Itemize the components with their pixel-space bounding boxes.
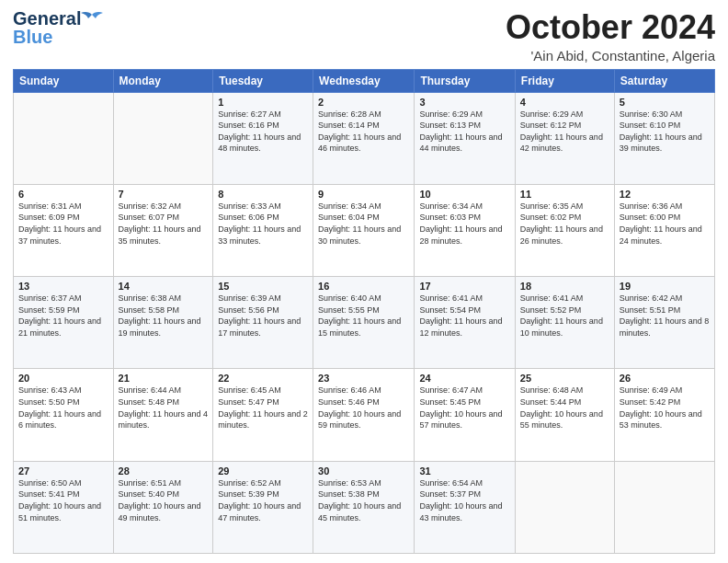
- day-number: 3: [419, 97, 509, 108]
- table-row: 12Sunrise: 6:36 AMSunset: 6:00 PMDayligh…: [614, 184, 714, 276]
- table-row: 7Sunrise: 6:32 AMSunset: 6:07 PMDaylight…: [113, 184, 213, 276]
- table-row: [14, 92, 114, 184]
- day-info: Sunrise: 6:30 AMSunset: 6:10 PMDaylight:…: [620, 109, 710, 155]
- day-number: 5: [620, 97, 710, 108]
- col-tuesday: Tuesday: [213, 69, 313, 92]
- page: General Blue October 2024 'Ain Abid, Con…: [0, 0, 728, 563]
- table-row: 13Sunrise: 6:37 AMSunset: 5:59 PMDayligh…: [14, 277, 114, 369]
- table-row: 19Sunrise: 6:42 AMSunset: 5:51 PMDayligh…: [614, 277, 714, 369]
- table-row: 1Sunrise: 6:27 AMSunset: 6:16 PMDaylight…: [213, 92, 313, 184]
- day-info: Sunrise: 6:47 AMSunset: 5:45 PMDaylight:…: [419, 385, 509, 431]
- calendar-week-row: 20Sunrise: 6:43 AMSunset: 5:50 PMDayligh…: [14, 369, 715, 461]
- day-info: Sunrise: 6:32 AMSunset: 6:07 PMDaylight:…: [119, 201, 209, 247]
- day-info: Sunrise: 6:29 AMSunset: 6:12 PMDaylight:…: [520, 109, 609, 155]
- day-info: Sunrise: 6:50 AMSunset: 5:41 PMDaylight:…: [18, 477, 108, 523]
- calendar-week-row: 27Sunrise: 6:50 AMSunset: 5:41 PMDayligh…: [14, 461, 715, 553]
- day-info: Sunrise: 6:54 AMSunset: 5:37 PMDaylight:…: [419, 477, 509, 523]
- col-friday: Friday: [515, 69, 614, 92]
- day-number: 16: [318, 281, 409, 292]
- table-row: 24Sunrise: 6:47 AMSunset: 5:45 PMDayligh…: [415, 369, 515, 461]
- day-number: 8: [218, 189, 308, 200]
- day-info: Sunrise: 6:28 AMSunset: 6:14 PMDaylight:…: [318, 109, 409, 155]
- day-info: Sunrise: 6:37 AMSunset: 5:59 PMDaylight:…: [18, 293, 108, 339]
- day-info: Sunrise: 6:41 AMSunset: 5:52 PMDaylight:…: [520, 293, 609, 339]
- table-row: 29Sunrise: 6:52 AMSunset: 5:39 PMDayligh…: [213, 461, 313, 553]
- table-row: 14Sunrise: 6:38 AMSunset: 5:58 PMDayligh…: [113, 277, 213, 369]
- logo-bird-icon: [81, 11, 103, 29]
- table-row: 16Sunrise: 6:40 AMSunset: 5:55 PMDayligh…: [313, 277, 415, 369]
- day-info: Sunrise: 6:34 AMSunset: 6:03 PMDaylight:…: [419, 201, 509, 247]
- day-number: 21: [119, 373, 209, 384]
- calendar-week-row: 13Sunrise: 6:37 AMSunset: 5:59 PMDayligh…: [14, 277, 715, 369]
- table-row: 10Sunrise: 6:34 AMSunset: 6:03 PMDayligh…: [415, 184, 515, 276]
- table-row: [113, 92, 213, 184]
- day-number: 31: [419, 465, 509, 477]
- table-row: 8Sunrise: 6:33 AMSunset: 6:06 PMDaylight…: [213, 184, 313, 276]
- day-info: Sunrise: 6:42 AMSunset: 5:51 PMDaylight:…: [620, 293, 710, 339]
- day-number: 19: [620, 281, 710, 292]
- day-number: 4: [520, 97, 609, 108]
- table-row: 15Sunrise: 6:39 AMSunset: 5:56 PMDayligh…: [213, 277, 313, 369]
- day-number: 24: [419, 373, 509, 384]
- day-info: Sunrise: 6:53 AMSunset: 5:38 PMDaylight:…: [318, 477, 409, 523]
- day-info: Sunrise: 6:34 AMSunset: 6:04 PMDaylight:…: [318, 201, 409, 247]
- day-info: Sunrise: 6:35 AMSunset: 6:02 PMDaylight:…: [520, 201, 609, 247]
- day-info: Sunrise: 6:40 AMSunset: 5:55 PMDaylight:…: [318, 293, 409, 339]
- header: General Blue October 2024 'Ain Abid, Con…: [13, 9, 715, 63]
- day-info: Sunrise: 6:45 AMSunset: 5:47 PMDaylight:…: [218, 385, 308, 431]
- logo-blue-text: Blue: [13, 28, 52, 46]
- day-info: Sunrise: 6:46 AMSunset: 5:46 PMDaylight:…: [318, 385, 409, 431]
- col-wednesday: Wednesday: [313, 69, 415, 92]
- day-number: 11: [520, 189, 609, 200]
- day-number: 7: [119, 189, 209, 200]
- calendar-week-row: 1Sunrise: 6:27 AMSunset: 6:16 PMDaylight…: [14, 92, 715, 184]
- day-number: 9: [318, 189, 409, 200]
- table-row: 20Sunrise: 6:43 AMSunset: 5:50 PMDayligh…: [14, 369, 114, 461]
- day-number: 10: [419, 189, 509, 200]
- table-row: 2Sunrise: 6:28 AMSunset: 6:14 PMDaylight…: [313, 92, 415, 184]
- table-row: 28Sunrise: 6:51 AMSunset: 5:40 PMDayligh…: [113, 461, 213, 553]
- col-sunday: Sunday: [14, 69, 114, 92]
- day-number: 25: [520, 373, 609, 384]
- day-number: 26: [620, 373, 710, 384]
- day-number: 27: [18, 465, 108, 477]
- day-number: 2: [318, 97, 409, 108]
- table-row: 18Sunrise: 6:41 AMSunset: 5:52 PMDayligh…: [515, 277, 614, 369]
- day-info: Sunrise: 6:38 AMSunset: 5:58 PMDaylight:…: [119, 293, 209, 339]
- day-number: 22: [218, 373, 308, 384]
- day-number: 1: [218, 97, 308, 108]
- day-number: 30: [318, 465, 409, 477]
- table-row: [614, 461, 714, 553]
- day-number: 6: [18, 189, 108, 200]
- day-number: 28: [119, 465, 209, 477]
- col-saturday: Saturday: [614, 69, 714, 92]
- location-title: 'Ain Abid, Constantine, Algeria: [506, 48, 715, 63]
- col-thursday: Thursday: [415, 69, 515, 92]
- day-number: 15: [218, 281, 308, 292]
- day-number: 13: [18, 281, 108, 292]
- day-info: Sunrise: 6:27 AMSunset: 6:16 PMDaylight:…: [218, 109, 308, 155]
- table-row: 9Sunrise: 6:34 AMSunset: 6:04 PMDaylight…: [313, 184, 415, 276]
- calendar-header-row: Sunday Monday Tuesday Wednesday Thursday…: [14, 69, 715, 92]
- day-info: Sunrise: 6:51 AMSunset: 5:40 PMDaylight:…: [119, 477, 209, 523]
- table-row: 30Sunrise: 6:53 AMSunset: 5:38 PMDayligh…: [313, 461, 415, 553]
- day-info: Sunrise: 6:44 AMSunset: 5:48 PMDaylight:…: [119, 385, 209, 431]
- col-monday: Monday: [113, 69, 213, 92]
- title-area: October 2024 'Ain Abid, Constantine, Alg…: [506, 9, 715, 63]
- logo: General Blue: [13, 9, 103, 46]
- day-info: Sunrise: 6:33 AMSunset: 6:06 PMDaylight:…: [218, 201, 308, 247]
- table-row: 26Sunrise: 6:49 AMSunset: 5:42 PMDayligh…: [614, 369, 714, 461]
- day-number: 17: [419, 281, 509, 292]
- day-number: 29: [218, 465, 308, 477]
- table-row: 4Sunrise: 6:29 AMSunset: 6:12 PMDaylight…: [515, 92, 614, 184]
- day-info: Sunrise: 6:48 AMSunset: 5:44 PMDaylight:…: [520, 385, 609, 431]
- day-info: Sunrise: 6:49 AMSunset: 5:42 PMDaylight:…: [620, 385, 710, 431]
- day-number: 23: [318, 373, 409, 384]
- day-info: Sunrise: 6:29 AMSunset: 6:13 PMDaylight:…: [419, 109, 509, 155]
- day-info: Sunrise: 6:36 AMSunset: 6:00 PMDaylight:…: [620, 201, 710, 247]
- table-row: 23Sunrise: 6:46 AMSunset: 5:46 PMDayligh…: [313, 369, 415, 461]
- table-row: 17Sunrise: 6:41 AMSunset: 5:54 PMDayligh…: [415, 277, 515, 369]
- calendar-week-row: 6Sunrise: 6:31 AMSunset: 6:09 PMDaylight…: [14, 184, 715, 276]
- day-number: 20: [18, 373, 108, 384]
- day-info: Sunrise: 6:31 AMSunset: 6:09 PMDaylight:…: [18, 201, 108, 247]
